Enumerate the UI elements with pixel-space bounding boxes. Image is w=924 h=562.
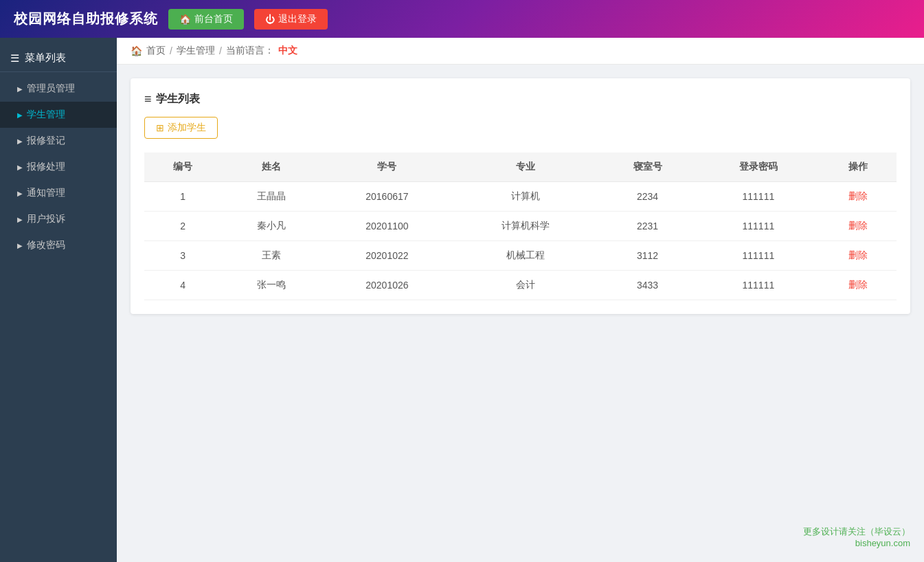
- cell-id: 1: [144, 182, 221, 212]
- cell-room: 2231: [598, 212, 697, 241]
- table-row: 1 王晶晶 20160617 计算机 2234 111111 删除: [144, 182, 897, 212]
- arrow-icon: ▶: [17, 216, 23, 223]
- cell-password: 111111: [697, 212, 820, 241]
- cell-password: 111111: [697, 271, 820, 300]
- delete-button[interactable]: 删除: [848, 220, 868, 232]
- logout-button[interactable]: ⏻ 退出登录: [254, 9, 328, 30]
- student-table: 编号 姓名 学号 专业 寝室号 登录密码 操作 1 王晶晶 20160617 计…: [144, 153, 897, 300]
- cell-major: 机械工程: [453, 241, 598, 271]
- col-student-no: 学号: [321, 153, 453, 182]
- col-name: 姓名: [221, 153, 321, 182]
- main-content: 🏠 首页 / 学生管理 / 当前语言： 中文 学生列表 ⊞ 添加学生 编号 姓名…: [117, 38, 924, 562]
- power-icon: ⏻: [265, 14, 275, 25]
- cell-student-no: 20201100: [321, 212, 453, 241]
- sidebar-item-notice-manage[interactable]: ▶ 通知管理: [0, 180, 117, 206]
- table-row: 4 张一鸣 20201026 会计 3433 111111 删除: [144, 271, 897, 300]
- header: 校园网络自助报修系统 🏠 前台首页 ⏻ 退出登录: [0, 0, 924, 38]
- sidebar-item-repair-register[interactable]: ▶ 报修登记: [0, 128, 117, 154]
- cell-name: 张一鸣: [221, 271, 321, 300]
- delete-button[interactable]: 删除: [848, 279, 868, 291]
- cell-student-no: 20201026: [321, 271, 453, 300]
- arrow-icon: ▶: [17, 242, 23, 249]
- sidebar-item-admin-manage[interactable]: ▶ 管理员管理: [0, 76, 117, 102]
- arrow-icon: ▶: [17, 164, 23, 171]
- site-title: 校园网络自助报修系统: [14, 10, 158, 28]
- home-icon: 🏠: [179, 14, 191, 25]
- arrow-icon: ▶: [17, 190, 23, 197]
- cell-student-no: 20201022: [321, 241, 453, 271]
- arrow-icon: ▶: [17, 111, 23, 119]
- table-header-row: 编号 姓名 学号 专业 寝室号 登录密码 操作: [144, 153, 897, 182]
- layout: ☰ 菜单列表 ▶ 管理员管理 ▶ 学生管理 ▶ 报修登记 ▶ 报修处理 ▶ 通知…: [0, 38, 924, 562]
- table-row: 2 秦小凡 20201100 计算机科学 2231 111111 删除: [144, 212, 897, 241]
- table-row: 3 王素 20201022 机械工程 3112 111111 删除: [144, 241, 897, 271]
- cell-password: 111111: [697, 182, 820, 212]
- breadcrumb-home[interactable]: 首页: [146, 45, 166, 57]
- sidebar-item-student-manage[interactable]: ▶ 学生管理: [0, 102, 117, 128]
- sidebar-item-change-password[interactable]: ▶ 修改密码: [0, 232, 117, 258]
- card-title: 学生列表: [144, 92, 897, 106]
- breadcrumb-lang-label: 当前语言：: [226, 45, 274, 57]
- home-button[interactable]: 🏠 前台首页: [168, 9, 244, 30]
- cell-action[interactable]: 删除: [820, 182, 897, 212]
- cell-room: 3112: [598, 241, 697, 271]
- breadcrumb-section: 学生管理: [177, 45, 215, 57]
- sidebar-title: ☰ 菜单列表: [0, 45, 117, 72]
- cell-id: 2: [144, 212, 221, 241]
- breadcrumb-lang-value: 中文: [278, 45, 297, 57]
- cell-major: 计算机科学: [453, 212, 598, 241]
- cell-id: 3: [144, 241, 221, 271]
- cell-name: 王素: [221, 241, 321, 271]
- content-card: 学生列表 ⊞ 添加学生 编号 姓名 学号 专业 寝室号 登录密码 操作: [131, 78, 910, 314]
- cell-id: 4: [144, 271, 221, 300]
- cell-major: 计算机: [453, 182, 598, 212]
- add-student-button[interactable]: ⊞ 添加学生: [144, 117, 218, 139]
- col-major: 专业: [453, 153, 598, 182]
- menu-icon: ☰: [10, 52, 19, 65]
- col-action: 操作: [820, 153, 897, 182]
- arrow-icon: ▶: [17, 137, 23, 145]
- cell-password: 111111: [697, 241, 820, 271]
- cell-major: 会计: [453, 271, 598, 300]
- sidebar: ☰ 菜单列表 ▶ 管理员管理 ▶ 学生管理 ▶ 报修登记 ▶ 报修处理 ▶ 通知…: [0, 38, 117, 562]
- sidebar-item-user-complaint[interactable]: ▶ 用户投诉: [0, 206, 117, 232]
- cell-name: 秦小凡: [221, 212, 321, 241]
- cell-room: 2234: [598, 182, 697, 212]
- home-icon: 🏠: [131, 45, 142, 56]
- cell-student-no: 20160617: [321, 182, 453, 212]
- arrow-icon: ▶: [17, 85, 23, 93]
- sidebar-item-repair-process[interactable]: ▶ 报修处理: [0, 154, 117, 180]
- cell-name: 王晶晶: [221, 182, 321, 212]
- col-password: 登录密码: [697, 153, 820, 182]
- delete-button[interactable]: 删除: [848, 190, 868, 203]
- plus-icon: ⊞: [156, 122, 164, 133]
- breadcrumb: 🏠 首页 / 学生管理 / 当前语言： 中文: [117, 38, 924, 65]
- cell-room: 3433: [598, 271, 697, 300]
- cell-action[interactable]: 删除: [820, 271, 897, 300]
- cell-action[interactable]: 删除: [820, 212, 897, 241]
- col-room: 寝室号: [598, 153, 697, 182]
- cell-action[interactable]: 删除: [820, 241, 897, 271]
- delete-button[interactable]: 删除: [848, 249, 868, 262]
- col-id: 编号: [144, 153, 221, 182]
